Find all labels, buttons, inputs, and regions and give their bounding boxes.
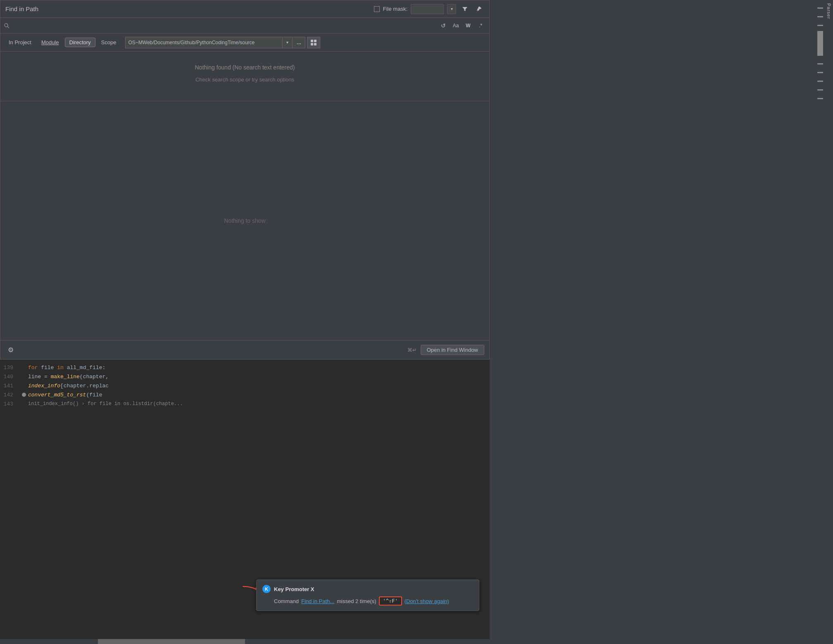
scroll-tick-2 [817,16,823,17]
kp-dont-show-link[interactable]: (Don't show again) [405,598,449,604]
pin-icon-btn[interactable] [474,4,484,14]
match-case-btn[interactable]: Aa [450,20,461,31]
kp-shortcut-badge: '^⇧F' [379,596,402,606]
scope-module-btn[interactable]: Module [37,38,63,47]
svg-rect-5 [314,43,317,45]
scroll-tick-4 [817,63,823,64]
breadcrumb-code-143: init_index_info() › for file in os.listd… [28,401,183,407]
scroll-tick-8 [817,98,823,99]
kp-body: Command Find in Path... missed 2 time(s)… [274,596,473,606]
scope-scope-btn[interactable]: Scope [97,38,121,47]
open-find-window-btn[interactable]: Open in Find Window [421,345,484,355]
code-line-142: 142 convert_md5_to_rst(file [0,390,490,399]
directory-path-container: ▾ ... [125,37,485,48]
whole-word-btn[interactable]: W [463,20,474,31]
scroll-thumb[interactable] [817,31,823,56]
key-promoter-notification: K Key Promoter X Command Find in Path...… [256,580,479,611]
results-area: Nothing found (No search text entered) C… [0,52,489,340]
history-icon-btn[interactable]: ↺ [438,20,449,31]
shortcut-hint: ⌘↵ [407,347,416,353]
parser-label: Parser [824,0,833,22]
nothing-to-show-text: Nothing to show [224,217,265,224]
line-code-139: for file in all_md_file: [28,365,105,371]
scope-in-project-btn[interactable]: In Project [5,38,36,47]
directory-path-input[interactable] [125,37,282,48]
path-grid-btn[interactable] [307,37,320,48]
filter-icon-btn[interactable] [459,4,470,14]
search-icon [4,23,10,29]
code-scrollbar[interactable] [0,639,490,644]
scope-bar: In Project Module Directory Scope ▾ ... [0,33,489,52]
breakpoint-dot-142 [22,393,26,397]
file-mask-checkbox[interactable] [374,6,380,12]
footer-right: ⌘↵ Open in Find Window [407,345,484,355]
svg-point-0 [5,24,8,27]
code-scrollbar-thumb[interactable] [98,639,245,644]
path-dropdown-btn[interactable]: ▾ [282,37,292,48]
nothing-to-show-section: Nothing to show [0,101,489,340]
scroll-tick-5 [817,72,823,73]
svg-rect-3 [314,40,317,42]
scroll-tick-7 [817,89,823,91]
svg-rect-4 [311,43,313,45]
line-number-141: 141 [3,383,20,389]
scrollbar-area [816,0,824,360]
line-code-140: line = make_line(chapter, [28,374,109,380]
no-results-hint: Check search scope or try search options [9,76,481,83]
scope-directory-btn[interactable]: Directory [65,38,95,47]
line-number-143: 143 [3,401,20,407]
scroll-tick-3 [817,25,823,26]
code-lines: 139 for file in all_md_file: 140 line = … [0,360,490,412]
path-ellipsis-btn[interactable]: ... [292,37,305,48]
kp-header: K Key Promoter X [262,585,473,593]
right-panel: Parser [816,0,833,360]
scroll-tick-1 [817,7,823,9]
svg-line-1 [7,26,9,28]
scroll-tick-6 [817,81,823,82]
file-mask-dropdown-btn[interactable]: ▾ [447,4,456,14]
line-code-142: convert_md5_to_rst(file [28,392,102,398]
kp-icon: K [262,585,271,593]
regex-btn[interactable]: .* [475,20,486,31]
search-input[interactable] [12,20,436,31]
line-number-140: 140 [3,374,20,380]
file-mask-input[interactable] [411,4,444,14]
kp-title: Key Promoter X [274,586,314,592]
kp-missed-text: missed 2 time(s) [337,598,376,604]
panel-header: Find in Path File mask: ▾ [0,0,489,18]
kp-command-link[interactable]: Find in Path... [301,598,334,604]
file-mask-label: File mask: [383,6,407,12]
search-actions: ↺ Aa W .* [438,20,486,31]
line-number-142: 142 [3,392,20,398]
gutter-142 [20,393,28,397]
line-number-139: 139 [3,365,20,371]
header-actions: File mask: ▾ [374,4,484,14]
search-bar: ↺ Aa W .* [0,18,489,33]
no-results-text: Nothing found (No search text entered) [9,64,481,71]
code-line-143: 143 init_index_info() › for file in os.l… [0,399,490,408]
kp-command-text: Command [274,598,299,604]
find-in-path-panel: Find in Path File mask: ▾ [0,0,490,360]
panel-title: Find in Path [5,5,38,12]
code-line-140: 140 line = make_line(chapter, [0,372,490,381]
settings-gear-btn[interactable]: ⚙ [5,345,16,355]
panel-footer: ⚙ ⌘↵ Open in Find Window [0,340,489,359]
line-code-141: index_info[chapter.replac [28,383,109,389]
no-results-section: Nothing found (No search text entered) C… [0,52,489,101]
svg-rect-2 [311,40,313,42]
code-line-141: 141 index_info[chapter.replac [0,381,490,390]
code-line-139: 139 for file in all_md_file: [0,363,490,372]
